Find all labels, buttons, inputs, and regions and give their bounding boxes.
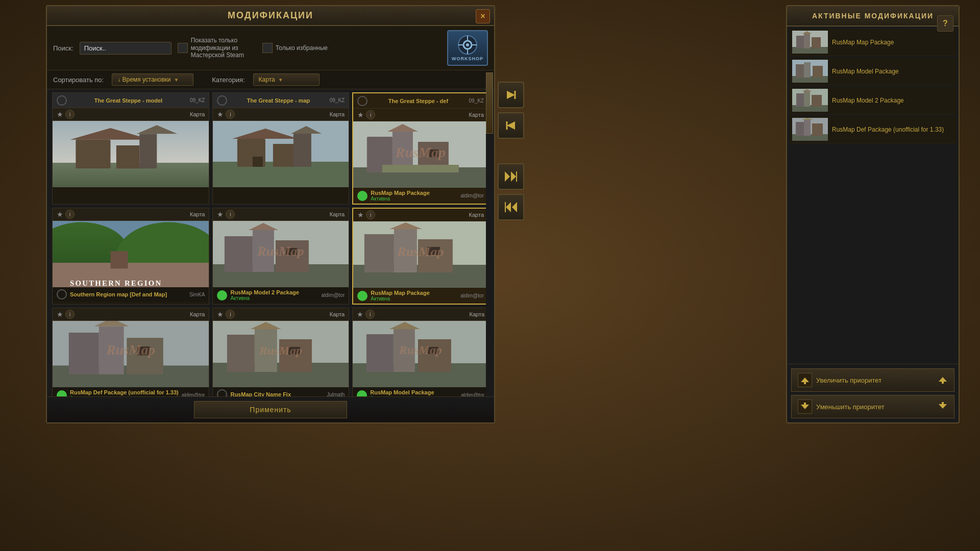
search-input[interactable] xyxy=(80,42,172,55)
mod-card-7-mod-name: RusMap Def Package (unofficial for 1.33) xyxy=(70,389,179,395)
active-mod-item-2[interactable]: RusMap Model Package xyxy=(789,58,957,85)
mod-card-6-star-btn[interactable]: ★ xyxy=(357,211,364,219)
mod-card-6-info-btn[interactable]: i xyxy=(366,210,375,219)
mod-card-7-star-btn[interactable]: ★ xyxy=(57,310,63,318)
svg-rect-99 xyxy=(812,95,822,107)
svg-marker-73 xyxy=(507,91,515,99)
mod-card-7-type: Карта xyxy=(190,311,205,317)
mod-card-2[interactable]: The Great Steppe - map 09_KZ ★ i Карта xyxy=(212,92,349,205)
favorites-filter-checkbox[interactable] xyxy=(262,43,273,53)
close-button[interactable]: × xyxy=(476,9,490,23)
svg-rect-105 xyxy=(812,123,823,136)
mod-card-9-mod-name: RusMap Model Package xyxy=(370,389,458,395)
active-mod-item-3[interactable]: RusMap Model 2 Package xyxy=(789,87,957,114)
mod-card-5-mod-name: RusMap Model 2 Package xyxy=(230,289,318,295)
svg-rect-113 xyxy=(942,402,944,404)
mod-card-9-type: Карта xyxy=(470,311,484,317)
mod-card-1-thumbnail xyxy=(53,121,209,187)
chevron-up-right-icon xyxy=(938,374,948,385)
mod-card-6[interactable]: ★ i Карта RusMap xyxy=(352,208,489,305)
mod-card-3-name: The Great Steppe - def xyxy=(388,98,448,104)
move-to-active-button[interactable] xyxy=(498,82,524,108)
apply-button[interactable]: Применить xyxy=(194,401,347,418)
mod-card-8-star-btn[interactable]: ★ xyxy=(217,310,224,318)
mod-card-5[interactable]: ★ i Карта RusMap xyxy=(212,208,349,305)
svg-rect-86 xyxy=(804,34,810,48)
mod-card-9-actions: ★ i Карта xyxy=(353,308,488,321)
svg-rect-97 xyxy=(804,91,810,107)
mod-card-5-info-btn[interactable]: i xyxy=(226,210,235,219)
mod-card-2-code: 09_KZ xyxy=(330,97,345,103)
mod-card-9[interactable]: ★ i Карта RusMap xyxy=(352,308,489,404)
mod-card-4-actions: ★ i Карта xyxy=(53,208,209,221)
mod-card-2-info-btn[interactable]: i xyxy=(226,110,235,119)
mod-card-4[interactable]: ★ i Карта xyxy=(52,208,209,305)
increase-priority-button[interactable]: Увеличить приоритет xyxy=(791,368,954,392)
active-mod-item-4[interactable]: RusMap Def Package (unofficial for 1.33) xyxy=(789,116,957,143)
sort-select-button[interactable]: ↓ Время установки ▼ xyxy=(112,73,193,86)
workshop-filter-checkbox[interactable] xyxy=(178,43,188,53)
svg-text:RusMap: RusMap xyxy=(395,144,446,160)
mod-card-1[interactable]: The Great Steppe - model 09_KZ ★ i Карта xyxy=(52,92,209,205)
mod-card-9-star-btn[interactable]: ★ xyxy=(357,310,363,318)
rewind-button[interactable] xyxy=(498,194,524,220)
mod-card-1-info-btn[interactable]: i xyxy=(65,110,75,119)
svg-text:RusMap: RusMap xyxy=(397,244,444,259)
steam-workshop-button[interactable]: WORKSHOP xyxy=(447,30,488,66)
decrease-priority-button[interactable]: Уменьшить приоритет xyxy=(791,395,954,418)
sort-controls-bar: Сортировать по: ↓ Время установки ▼ Кате… xyxy=(47,70,494,89)
fast-forward-button[interactable] xyxy=(498,163,524,190)
svg-rect-17 xyxy=(253,157,263,167)
mod-card-3-thumb-svg: RusMap xyxy=(353,121,488,188)
mod-card-4-status-dot xyxy=(57,289,67,299)
mod-card-9-info-btn[interactable]: i xyxy=(365,310,375,319)
apply-bar: Применить xyxy=(47,396,494,422)
svg-rect-103 xyxy=(804,120,811,136)
svg-rect-102 xyxy=(796,122,804,136)
help-button[interactable]: ? xyxy=(937,15,953,32)
mod-card-3-header-row: The Great Steppe - def 09_KZ xyxy=(353,93,488,109)
mod-card-6-status-dot xyxy=(357,291,368,301)
mod-card-6-status: Активна xyxy=(371,296,457,302)
mod-card-5-action-btns: ★ i xyxy=(217,210,235,219)
mod-card-7-thumb-svg: RusMap xyxy=(53,321,209,387)
mod-card-8-info-btn[interactable]: i xyxy=(226,310,235,319)
mod-card-1-name: The Great Steppe - model xyxy=(94,97,162,104)
mod-card-4-star-btn[interactable]: ★ xyxy=(57,210,63,218)
mod-card-7[interactable]: ★ i Карта RusMap xyxy=(52,308,209,404)
svg-rect-51 xyxy=(69,333,99,374)
side-controls xyxy=(498,82,524,220)
mod-card-1-star-btn[interactable]: ★ xyxy=(57,110,63,118)
modal-controls-bar: Поиск: Показать только модификации из Ма… xyxy=(47,26,494,70)
mod-card-2-star-btn[interactable]: ★ xyxy=(217,110,224,118)
mod-card-3[interactable]: The Great Steppe - def 09_KZ ★ i Карта xyxy=(352,92,489,205)
active-mod-item-1[interactable]: RusMap Map Package xyxy=(789,29,957,56)
category-arrow-icon: ▼ xyxy=(278,77,283,83)
favorites-filter-label: Только избранные xyxy=(276,44,328,52)
increase-priority-label: Увеличить приоритет xyxy=(816,377,881,384)
mod-card-1-thumb-svg xyxy=(53,121,209,187)
mod-card-9-thumb-bg: RusMap xyxy=(353,321,488,387)
svg-rect-88 xyxy=(812,37,821,48)
category-select-button[interactable]: Карта ▼ xyxy=(253,73,320,86)
active-mod-1-name: RusMap Map Package xyxy=(832,39,953,46)
remove-from-active-button[interactable] xyxy=(498,112,524,139)
active-panel-header: АКТИВНЫЕ МОДИФИКАЦИИ ? xyxy=(787,6,959,27)
mod-card-3-star-btn[interactable]: ★ xyxy=(357,111,364,119)
mod-card-3-info-btn[interactable]: i xyxy=(366,110,375,119)
mod-card-5-star-btn[interactable]: ★ xyxy=(217,210,224,218)
mod-card-5-thumb-svg: RusMap xyxy=(213,221,349,287)
mod-card-4-author: SimKA xyxy=(189,292,205,297)
mod-card-4-info-btn[interactable]: i xyxy=(65,210,75,219)
svg-rect-8 xyxy=(139,134,157,168)
mod-card-8[interactable]: ★ i Карта RusMap xyxy=(212,308,349,404)
mod-card-6-footer: RusMap Map Package Активна aldim@tor xyxy=(353,288,488,304)
svg-marker-108 xyxy=(939,377,947,382)
mod-card-7-action-btns: ★ i xyxy=(57,310,75,319)
category-label: Категория: xyxy=(212,76,244,84)
svg-text:RusMap: RusMap xyxy=(399,343,442,357)
mod-card-2-actions: ★ i Карта xyxy=(213,108,349,121)
svg-rect-67 xyxy=(366,334,394,372)
mod-card-7-info-btn[interactable]: i xyxy=(65,310,75,319)
scrollbar-thumb[interactable] xyxy=(486,72,493,134)
